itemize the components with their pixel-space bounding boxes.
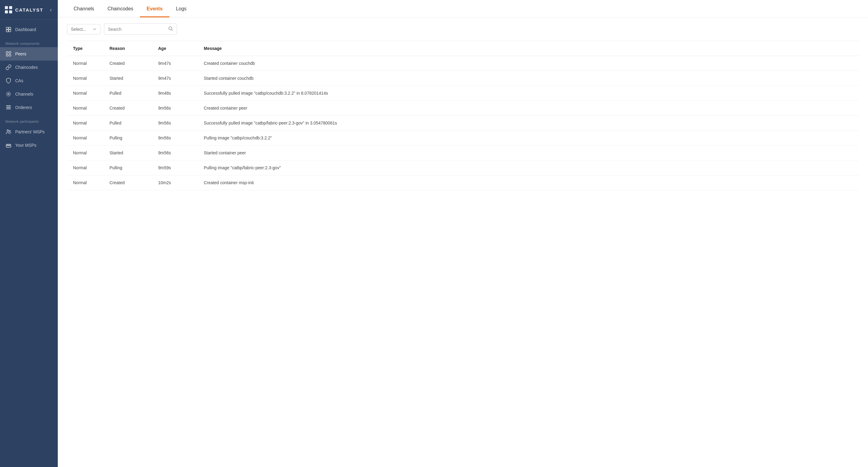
- svg-rect-10: [6, 55, 8, 56]
- svg-point-12: [8, 93, 9, 95]
- cell-type: Normal: [67, 160, 103, 175]
- table-row: Normal Pulling 9m59s Pulling image "catb…: [67, 160, 859, 175]
- tab-chaincodes[interactable]: Chaincodes: [101, 0, 140, 17]
- dashboard-section: Dashboard: [0, 20, 58, 36]
- svg-point-17: [7, 130, 8, 131]
- dashboard-label: Dashboard: [15, 27, 36, 32]
- cell-reason: Created: [103, 56, 152, 71]
- logo-area: CATALYST: [4, 5, 43, 14]
- events-table-container: Type Reason Age Message Normal Created 9…: [58, 41, 868, 467]
- sidebar-item-cas[interactable]: CAs: [0, 74, 58, 87]
- app-title: CATALYST: [15, 7, 43, 12]
- cell-reason: Created: [103, 175, 152, 190]
- network-participants-label: Network participants: [0, 114, 58, 125]
- events-tbody: Normal Created 9m47s Created container c…: [67, 56, 859, 190]
- svg-rect-2: [5, 10, 8, 13]
- peers-label: Peers: [15, 52, 27, 56]
- svg-rect-3: [9, 10, 12, 13]
- table-row: Normal Pulling 9m56s Pulling image "catb…: [67, 130, 859, 146]
- cell-reason: Started: [103, 71, 152, 86]
- partners-msps-label: Partners' MSPs: [15, 129, 45, 134]
- type-select[interactable]: Select...: [67, 24, 100, 34]
- sidebar-item-peers[interactable]: Peers: [0, 47, 58, 61]
- cell-message: Successfully pulled image "catbp/fabric-…: [198, 116, 859, 130]
- col-header-reason: Reason: [103, 41, 152, 56]
- cell-message: Started container couchdb: [198, 71, 859, 86]
- svg-rect-4: [6, 27, 8, 30]
- cell-message: Successfully pulled image "catbp/couchdb…: [198, 86, 859, 101]
- cell-type: Normal: [67, 146, 103, 160]
- sidebar-item-your-msps[interactable]: Your MSPs: [0, 139, 58, 152]
- table-row: Normal Pulled 9m48s Successfully pulled …: [67, 86, 859, 101]
- tabs-bar: Channels Chaincodes Events Logs: [58, 0, 868, 17]
- cell-type: Normal: [67, 101, 103, 116]
- search-box: [104, 24, 177, 35]
- table-row: Normal Created 9m56s Created container p…: [67, 101, 859, 116]
- partners-msps-icon: [5, 129, 11, 135]
- table-row: Normal Pulled 9m56s Successfully pulled …: [67, 116, 859, 130]
- cell-type: Normal: [67, 86, 103, 101]
- sidebar-header: CATALYST ‹: [0, 0, 58, 20]
- svg-rect-9: [9, 52, 11, 54]
- cell-reason: Created: [103, 101, 152, 116]
- your-msps-label: Your MSPs: [15, 143, 36, 148]
- cell-age: 9m48s: [152, 86, 198, 101]
- svg-rect-8: [6, 52, 8, 54]
- cell-message: Pulling image "catbp/couchdb:3.2.2": [198, 130, 859, 146]
- cell-type: Normal: [67, 175, 103, 190]
- svg-rect-11: [9, 55, 11, 56]
- cell-message: Created container msp-init: [198, 175, 859, 190]
- svg-point-18: [9, 130, 10, 132]
- cell-reason: Pulling: [103, 130, 152, 146]
- tab-channels[interactable]: Channels: [67, 0, 101, 17]
- svg-rect-14: [6, 105, 11, 106]
- cell-reason: Pulling: [103, 160, 152, 175]
- select-placeholder: Select...: [71, 27, 86, 32]
- sidebar-item-partners-msps[interactable]: Partners' MSPs: [0, 125, 58, 139]
- svg-rect-1: [9, 6, 12, 9]
- peers-icon: [5, 51, 11, 57]
- channels-icon: [5, 91, 11, 97]
- cell-reason: Pulled: [103, 86, 152, 101]
- cell-age: 10m2s: [152, 175, 198, 190]
- cell-type: Normal: [67, 56, 103, 71]
- collapse-button[interactable]: ‹: [48, 6, 54, 14]
- search-input[interactable]: [108, 27, 166, 32]
- tab-logs[interactable]: Logs: [169, 0, 193, 17]
- chevron-down-icon: [93, 27, 96, 31]
- cell-message: Pulling image "catbp/fabric-peer:2.3-gov…: [198, 160, 859, 175]
- cell-age: 9m56s: [152, 101, 198, 116]
- events-table: Type Reason Age Message Normal Created 9…: [67, 41, 859, 190]
- cell-age: 9m56s: [152, 116, 198, 130]
- svg-rect-7: [9, 30, 11, 32]
- col-header-age: Age: [152, 41, 198, 56]
- chaincodes-icon: [5, 64, 11, 70]
- sidebar-item-channels[interactable]: Channels: [0, 87, 58, 101]
- sidebar-item-orderers[interactable]: Orderers: [0, 101, 58, 114]
- cell-reason: Started: [103, 146, 152, 160]
- table-row: Normal Created 10m2s Created container m…: [67, 175, 859, 190]
- sidebar-item-dashboard[interactable]: Dashboard: [0, 23, 58, 36]
- channels-label: Channels: [15, 92, 33, 96]
- cell-type: Normal: [67, 130, 103, 146]
- cell-age: 9m56s: [152, 130, 198, 146]
- sidebar-item-chaincodes[interactable]: Chaincodes: [0, 61, 58, 74]
- orderers-icon: [5, 105, 11, 111]
- tab-events[interactable]: Events: [140, 0, 169, 17]
- svg-rect-20: [7, 144, 10, 145]
- cell-age: 9m56s: [152, 146, 198, 160]
- network-components-label: Network components: [0, 36, 58, 47]
- sidebar: CATALYST ‹ Dashboard Network components …: [0, 0, 58, 467]
- cell-age: 9m47s: [152, 71, 198, 86]
- svg-rect-15: [6, 107, 11, 108]
- search-button[interactable]: [168, 26, 173, 32]
- cell-type: Normal: [67, 71, 103, 86]
- your-msps-icon: [5, 142, 11, 148]
- svg-rect-5: [9, 27, 11, 30]
- cell-message: Started container peer: [198, 146, 859, 160]
- cell-age: 9m59s: [152, 160, 198, 175]
- search-icon: [168, 26, 173, 31]
- main-content: Channels Chaincodes Events Logs Select..…: [58, 0, 868, 467]
- table-row: Normal Created 9m47s Created container c…: [67, 56, 859, 71]
- logo-icon: [4, 5, 13, 14]
